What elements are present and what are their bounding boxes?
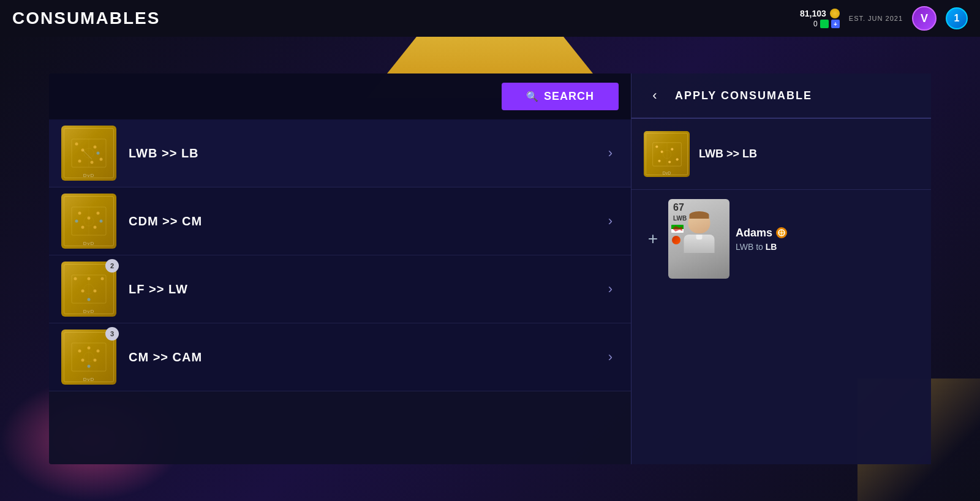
svg-point-8: [91, 161, 94, 164]
main-content: 🔍 Search: [49, 73, 931, 464]
currency-group: 81,103 0 +: [800, 9, 840, 28]
card-inner: DvD: [61, 126, 116, 181]
right-panel-title: APPLY CONSUMABLE: [675, 89, 812, 102]
header-right: 81,103 0 + EST. JUN 2021 V 1: [800, 6, 968, 31]
page-title: CONSUMABLES: [12, 9, 160, 28]
svg-point-46: [658, 159, 660, 162]
svg-point-35: [97, 350, 100, 353]
player-conversion: LWB to LB: [736, 242, 919, 252]
chevron-right-icon: ›: [608, 145, 612, 161]
list-item[interactable]: DvD LWB >> LB ›: [49, 119, 631, 187]
svg-point-27: [81, 290, 85, 293]
coins-amount: 81,103: [800, 9, 826, 18]
search-button[interactable]: 🔍 Search: [502, 83, 619, 110]
v-badge: V: [912, 6, 937, 31]
right-panel-header: ‹ APPLY CONSUMABLE: [631, 73, 931, 119]
svg-point-43: [660, 150, 663, 153]
svg-point-17: [81, 226, 85, 229]
consumable-name: CM >> CAM: [129, 350, 608, 364]
search-button-label: Search: [544, 90, 594, 103]
badge-count: 2: [105, 259, 119, 273]
card-thumbnail: DvD 3: [61, 330, 116, 385]
back-button[interactable]: ‹: [644, 85, 666, 107]
consumables-list[interactable]: DvD LWB >> LB ›: [49, 119, 631, 464]
svg-point-9: [97, 152, 100, 155]
svg-point-3: [75, 143, 78, 146]
player-name: Adams: [736, 227, 919, 239]
left-panel: 🔍 Search: [49, 73, 631, 464]
conversion-from: LWB: [736, 242, 753, 252]
consumable-name: CDM >> CM: [129, 214, 608, 228]
detail-card-label: DvD: [644, 171, 690, 175]
svg-point-41: [663, 150, 671, 158]
header: CONSUMABLES 81,103 0 + EST. JUN 2021 V 1: [0, 0, 980, 37]
card-tactics-svg: [70, 138, 107, 168]
svg-point-24: [74, 277, 77, 281]
svg-point-20: [100, 220, 103, 223]
list-item[interactable]: DvD CDM >> CM ›: [49, 187, 631, 255]
svg-point-15: [97, 212, 100, 215]
consumable-name: LWB >> LB: [129, 146, 608, 160]
card-thumbnail: DvD: [61, 194, 116, 249]
svg-point-5: [94, 146, 97, 149]
card-thumbnail: DvD: [61, 126, 116, 181]
chevron-right-icon: ›: [608, 213, 612, 229]
conversion-to: LB: [766, 242, 777, 252]
svg-point-34: [88, 347, 91, 350]
chevron-right-icon: ›: [608, 281, 612, 297]
svg-point-36: [81, 359, 85, 362]
svg-point-26: [101, 277, 104, 281]
svg-point-19: [75, 220, 78, 223]
svg-point-38: [88, 365, 91, 368]
est-badge: EST. JUN 2021: [849, 15, 903, 22]
chemistry-style-icon: [776, 227, 787, 238]
search-bar-container: 🔍 Search: [49, 73, 631, 119]
points-plus-icon: +: [831, 20, 840, 28]
player-info: Adams LWB to LB: [736, 227, 919, 252]
level-badge: 1: [946, 7, 968, 29]
svg-point-25: [88, 277, 91, 281]
svg-point-28: [94, 290, 97, 293]
points-amount: 0: [813, 20, 818, 28]
svg-point-37: [94, 359, 97, 362]
list-item[interactable]: DvD 2 LF >> LW ›: [49, 255, 631, 323]
consumable-detail-section: DvD LWB >> LB: [631, 119, 931, 190]
search-icon: 🔍: [526, 91, 539, 102]
svg-point-14: [78, 212, 81, 215]
card-inner: DvD: [61, 194, 116, 249]
add-player-icon: +: [644, 229, 662, 249]
coins-row: 81,103: [800, 9, 840, 18]
card-label-text: DvD: [61, 173, 116, 178]
right-panel: ‹ APPLY CONSUMABLE: [631, 73, 931, 464]
badge-count: 3: [105, 327, 119, 341]
player-section: + 67 LWB: [631, 190, 931, 288]
card-label-text: DvD: [61, 377, 116, 382]
points-icon: [820, 20, 829, 28]
consumable-name: LF >> LW: [129, 282, 608, 296]
chevron-right-icon: ›: [608, 349, 612, 365]
back-icon: ‹: [652, 88, 657, 104]
svg-rect-39: [652, 142, 681, 165]
svg-point-16: [88, 217, 91, 220]
svg-point-47: [668, 160, 671, 163]
list-item[interactable]: DvD 3 CM >> CAM ›: [49, 323, 631, 391]
detail-card-tactics-svg: [652, 141, 682, 167]
player-card: 67 LWB: [668, 199, 729, 279]
svg-point-6: [100, 158, 103, 161]
svg-point-45: [676, 158, 678, 160]
coin-icon: [830, 9, 840, 18]
detail-card-inner: DvD: [644, 131, 690, 177]
detail-card-name: LWB >> LB: [699, 148, 757, 160]
svg-point-29: [88, 298, 91, 301]
svg-point-42: [655, 145, 658, 148]
card-tactics-svg: [70, 206, 107, 236]
svg-point-44: [671, 148, 673, 150]
svg-point-18: [94, 226, 97, 229]
svg-point-7: [78, 160, 81, 163]
points-row: 0 +: [813, 20, 840, 28]
card-thumbnail: DvD 2: [61, 262, 116, 317]
detail-card-thumbnail: DvD: [644, 131, 690, 177]
card-tactics-svg: [70, 342, 107, 372]
card-tactics-svg: [70, 274, 107, 304]
card-label-text: DvD: [61, 309, 116, 314]
